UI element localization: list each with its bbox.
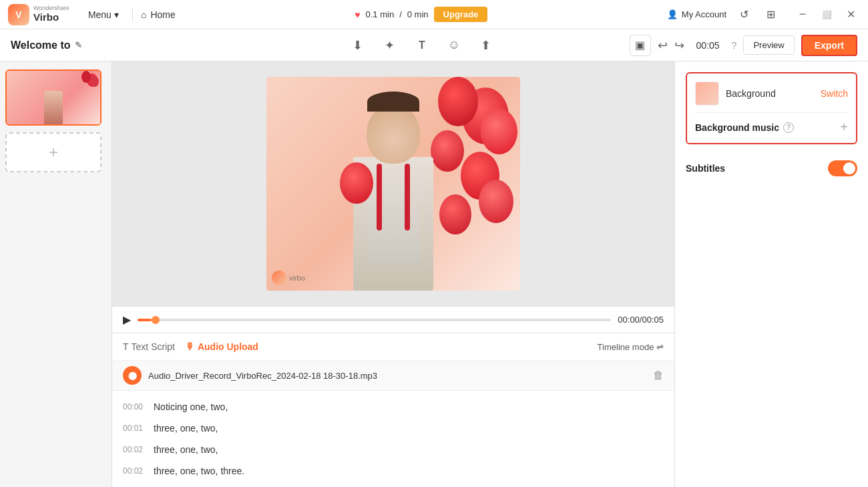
avatar-icon: ⬇ bbox=[353, 38, 363, 53]
video-canvas: virbo bbox=[266, 77, 520, 291]
heart-icon: ♥ bbox=[355, 9, 360, 20]
preview-button[interactable]: Preview bbox=[743, 35, 794, 55]
text-tool-button[interactable]: T bbox=[411, 35, 433, 56]
section-divider bbox=[695, 112, 848, 113]
background-label: Background bbox=[726, 88, 814, 99]
progress-fill bbox=[138, 319, 152, 321]
home-icon: ⌂ bbox=[141, 9, 146, 20]
progress-knob[interactable] bbox=[152, 316, 160, 324]
transcript-line: 00:02 three, one, two, three. bbox=[112, 460, 674, 482]
toolbar-tools: ⬇ ✦ T ☺ ⬆ bbox=[347, 35, 497, 56]
center-column: virbo ▶ 00:00/00:05 T Text bbox=[112, 61, 674, 487]
timestamp: 00:01 bbox=[123, 424, 146, 433]
home-button[interactable]: ⌂ Home bbox=[141, 9, 176, 20]
transcript-text: three, one, two, bbox=[154, 444, 218, 455]
aspect-icon: ▣ bbox=[635, 39, 645, 51]
play-icon: ▶ bbox=[123, 314, 131, 325]
script-tool-button[interactable]: ✦ bbox=[379, 35, 401, 56]
brand-virbo: Virbo bbox=[33, 12, 69, 23]
avatar-tool-button[interactable]: ⬇ bbox=[347, 35, 369, 56]
audio-upload-icon: 🎙 bbox=[186, 341, 195, 352]
bg-music-help-icon[interactable]: ? bbox=[783, 122, 794, 133]
timeline-mode-button[interactable]: Timeline mode ⇌ bbox=[598, 342, 664, 352]
timer-display: 00:05 bbox=[691, 40, 725, 51]
add-music-button[interactable]: + bbox=[840, 120, 848, 135]
audio-filename: Audio_Driver_Record_VirboRec_2024-02-18 … bbox=[148, 371, 646, 381]
watermark-icon bbox=[272, 271, 286, 285]
audio-file-icon: ⬤ bbox=[123, 366, 142, 385]
close-button[interactable]: ✕ bbox=[841, 5, 860, 24]
time-sep: / bbox=[399, 9, 402, 19]
playback-area: ▶ 00:00/00:05 bbox=[112, 306, 674, 333]
timestamp: 00:02 bbox=[123, 466, 146, 476]
subtitles-section: Subtitles bbox=[686, 155, 857, 182]
minimize-button[interactable]: − bbox=[793, 5, 812, 24]
tab-audio-upload[interactable]: 🎙 Audio Upload bbox=[186, 339, 258, 355]
timestamp: 00:02 bbox=[123, 445, 146, 454]
timestamp: 00:00 bbox=[123, 402, 146, 412]
tab-text-script[interactable]: T Text Script bbox=[123, 339, 175, 355]
script-icon: ✦ bbox=[385, 38, 395, 53]
mic-icon: ⬤ bbox=[128, 371, 137, 380]
add-slide-button[interactable]: + bbox=[5, 132, 101, 172]
upgrade-button[interactable]: Upgrade bbox=[434, 7, 488, 22]
background-preview bbox=[695, 82, 719, 106]
subtitles-label: Subtitles bbox=[686, 163, 828, 174]
transcript-lines: 00:00 Noticing one, two, 00:01 three, on… bbox=[112, 391, 674, 487]
text-script-icon: T bbox=[123, 341, 129, 352]
play-button[interactable]: ▶ bbox=[123, 313, 131, 326]
logo-area: V Wondershare Virbo bbox=[8, 4, 69, 25]
time-used: 0.1 min bbox=[366, 9, 395, 19]
edit-title-icon[interactable]: ✎ bbox=[75, 40, 82, 50]
text-icon: T bbox=[419, 39, 425, 51]
history-icon: ↺ bbox=[740, 8, 748, 21]
time-counter: 00:00/00:05 bbox=[618, 315, 664, 325]
script-area: T Text Script 🎙 Audio Upload Timeline mo… bbox=[112, 333, 674, 487]
watermark-text: virbo bbox=[289, 274, 305, 282]
account-button[interactable]: 👤 My Account bbox=[667, 9, 726, 19]
grid-icon: ⊞ bbox=[767, 8, 775, 21]
page-title: Welcome to ✎ bbox=[11, 39, 82, 51]
transcript-text: Noticing one, two, bbox=[154, 401, 228, 412]
upload-tool-button[interactable]: ⬆ bbox=[475, 35, 497, 56]
canvas-viewport: virbo bbox=[112, 61, 674, 306]
background-row: Background Switch bbox=[695, 82, 848, 106]
undo-button[interactable]: ↩ bbox=[658, 38, 668, 53]
script-tabs: T Text Script 🎙 Audio Upload Timeline mo… bbox=[112, 333, 674, 361]
upload-icon: ⬆ bbox=[481, 38, 491, 53]
transcript-text: three, one, two, three. bbox=[154, 466, 244, 476]
progress-bar[interactable] bbox=[138, 319, 611, 321]
person-figure bbox=[333, 97, 453, 291]
grid-button[interactable]: ⊞ bbox=[761, 5, 780, 24]
history-button[interactable]: ↺ bbox=[734, 5, 753, 24]
help-icon[interactable]: ? bbox=[732, 40, 737, 51]
subtitles-toggle[interactable] bbox=[828, 160, 857, 176]
sticker-tool-button[interactable]: ☺ bbox=[443, 35, 465, 56]
main-layout: 1 + bbox=[0, 61, 868, 487]
delete-audio-button[interactable]: 🗑 bbox=[653, 369, 664, 381]
menu-button[interactable]: Menu ▾ bbox=[83, 7, 124, 23]
transcript-line: 00:02 three, one, two, bbox=[112, 439, 674, 460]
right-panel: Background Switch Background music ? + S… bbox=[674, 61, 868, 487]
toolbar: Welcome to ✎ ⬇ ✦ T ☺ ⬆ ▣ ↩ ↪ 00:05 ? Pre… bbox=[0, 29, 868, 61]
sticker-icon: ☺ bbox=[448, 38, 460, 52]
audio-file-row: ⬤ Audio_Driver_Record_VirboRec_2024-02-1… bbox=[112, 361, 674, 391]
music-row: Background music ? + bbox=[695, 120, 848, 135]
maximize-button[interactable]: ⬜ bbox=[817, 5, 836, 24]
switch-background-button[interactable]: Switch bbox=[821, 88, 848, 99]
titlebar: V Wondershare Virbo Menu ▾ ⌂ Home ♥ 0.1 … bbox=[0, 0, 868, 29]
redo-button[interactable]: ↪ bbox=[674, 38, 684, 53]
redo-icon: ↪ bbox=[674, 39, 684, 52]
toggle-slider bbox=[828, 160, 857, 176]
chevron-down-icon: ▾ bbox=[114, 9, 119, 20]
export-button[interactable]: Export bbox=[801, 35, 857, 56]
titlebar-center: ♥ 0.1 min / 0 min Upgrade bbox=[184, 7, 659, 22]
trash-icon: 🗑 bbox=[653, 369, 664, 381]
titlebar-right: 👤 My Account ↺ ⊞ − ⬜ ✕ bbox=[667, 5, 860, 24]
account-icon: 👤 bbox=[667, 9, 678, 19]
aspect-ratio-button[interactable]: ▣ bbox=[630, 35, 651, 56]
slide-item[interactable]: 1 bbox=[5, 69, 101, 126]
transcript-text: three, one, two, bbox=[154, 423, 218, 434]
window-controls: − ⬜ ✕ bbox=[793, 5, 860, 24]
toolbar-right: ▣ ↩ ↪ 00:05 ? Preview Export bbox=[630, 35, 857, 56]
